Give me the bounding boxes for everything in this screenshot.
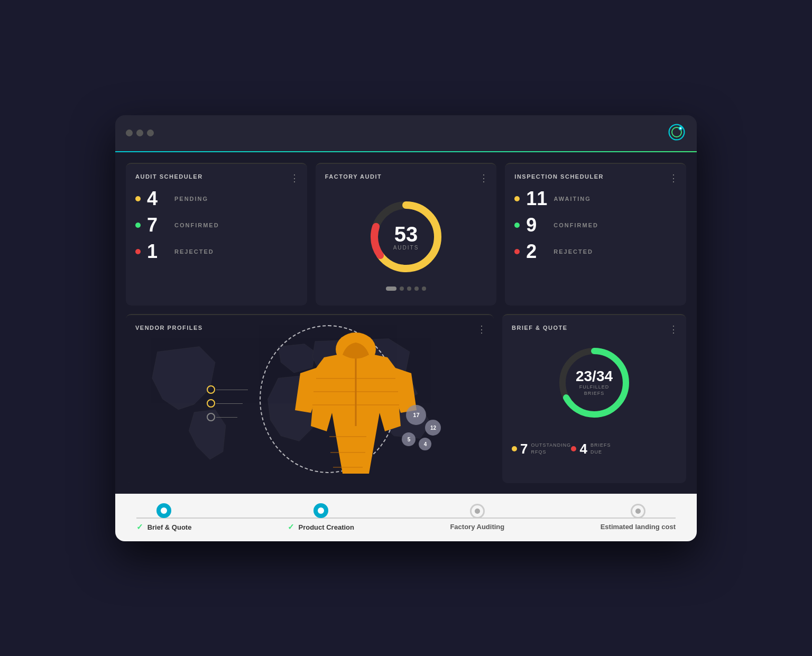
insp-rejected-count: 2 bbox=[526, 242, 547, 261]
inspection-scheduler-title: INSPECTION SCHEDULER bbox=[514, 173, 677, 180]
audit-scheduler-card: AUDIT SCHEDULER ⋮ 4 PENDING 7 CONFIRMED … bbox=[126, 163, 307, 306]
nav-step-factory-auditing[interactable]: Factory Auditing bbox=[450, 504, 504, 531]
audit-rejected-row: 1 REJECTED bbox=[135, 242, 298, 261]
svg-point-0 bbox=[669, 124, 685, 140]
pending-label: PENDING bbox=[174, 196, 208, 202]
check-icon-1: ✓ bbox=[136, 522, 143, 531]
app-logo bbox=[667, 123, 686, 144]
confirmed-dot bbox=[135, 223, 141, 228]
outstanding-rfqs: 7 OUTSTANDINGRFQS bbox=[512, 441, 562, 457]
vendor-clusters: 17 12 5 4 bbox=[402, 405, 449, 452]
bottom-nav: ✓ Brief & Quote ✓ Product Creation Facto… bbox=[115, 494, 697, 541]
briefs-due: 4 BRIEFSDUE bbox=[571, 441, 611, 457]
page-dot-3[interactable] bbox=[407, 287, 411, 291]
nav-label-1: ✓ Brief & Quote bbox=[136, 522, 191, 532]
outstanding-label: OUTSTANDINGRFQS bbox=[531, 442, 562, 455]
factory-audit-menu[interactable]: ⋮ bbox=[479, 172, 489, 184]
nav-step-product-creation[interactable]: ✓ Product Creation bbox=[288, 503, 354, 532]
confirmed-count: 7 bbox=[147, 216, 168, 235]
page-dot-4[interactable] bbox=[414, 287, 419, 291]
donut-center: 53 AUDITS bbox=[393, 223, 419, 250]
svg-point-3 bbox=[679, 127, 681, 130]
confirmed-label: CONFIRMED bbox=[174, 222, 219, 228]
brief-donut-center: 23/34 FULFILLEDBRIEFS bbox=[576, 368, 613, 396]
rejected-label: REJECTED bbox=[174, 248, 214, 255]
brief-stats: 7 OUTSTANDINGRFQS 4 BRIEFSDUE bbox=[512, 441, 677, 457]
inspection-confirmed-row: 9 CONFIRMED bbox=[514, 216, 677, 235]
vendor-pins bbox=[207, 385, 248, 421]
brief-quote-menu[interactable]: ⋮ bbox=[669, 324, 679, 335]
vendor-profiles-menu[interactable]: ⋮ bbox=[477, 324, 486, 335]
cluster-4: 4 bbox=[419, 438, 431, 450]
page-dot-5[interactable] bbox=[422, 287, 426, 291]
cluster-5: 5 bbox=[402, 432, 416, 446]
briefs-due-count: 4 bbox=[579, 441, 587, 457]
rejected-count: 1 bbox=[147, 242, 168, 261]
cluster-17: 17 bbox=[406, 405, 426, 425]
audit-scheduler-title: AUDIT SCHEDULER bbox=[135, 173, 298, 180]
brief-quote-title: BRIEF & QUOTE bbox=[512, 325, 677, 331]
nav-label-2: ✓ Product Creation bbox=[288, 522, 354, 532]
bottom-row: VENDOR PROFILES ⋮ bbox=[126, 314, 686, 483]
dot-maximize bbox=[147, 130, 154, 136]
nav-circle-1 bbox=[156, 503, 171, 518]
audit-scheduler-menu[interactable]: ⋮ bbox=[290, 172, 300, 184]
nav-circle-3 bbox=[470, 504, 485, 519]
nav-step-estimated-landing[interactable]: Estimated landing cost bbox=[601, 504, 676, 531]
dot-close bbox=[126, 130, 133, 136]
page-dot-1[interactable] bbox=[386, 287, 396, 291]
factory-audit-donut: 53 AUDITS bbox=[364, 195, 448, 279]
pagination bbox=[386, 287, 426, 291]
insp-confirmed-label: CONFIRMED bbox=[553, 222, 598, 228]
screen-wrapper: AUDIT SCHEDULER ⋮ 4 PENDING 7 CONFIRMED … bbox=[115, 115, 697, 541]
audits-count: 53 bbox=[393, 223, 419, 244]
brief-quote-card: BRIEF & QUOTE ⋮ 23/34 FULFILLEDBRIEFS bbox=[502, 314, 686, 483]
pending-count: 4 bbox=[147, 189, 168, 208]
outstanding-dot bbox=[512, 446, 517, 451]
brief-donut-container: 23/34 FULFILLEDBRIEFS bbox=[512, 340, 677, 433]
insp-confirmed-dot bbox=[514, 223, 520, 228]
fulfilled-label: FULFILLEDBRIEFS bbox=[576, 384, 613, 396]
inspection-scheduler-menu[interactable]: ⋮ bbox=[669, 172, 679, 184]
top-row: AUDIT SCHEDULER ⋮ 4 PENDING 7 CONFIRMED … bbox=[126, 163, 686, 306]
factory-audit-card: FACTORY AUDIT ⋮ 53 bbox=[316, 163, 497, 306]
inspection-awaiting-row: 11 AWAITING bbox=[514, 189, 677, 208]
main-content: AUDIT SCHEDULER ⋮ 4 PENDING 7 CONFIRMED … bbox=[115, 152, 697, 494]
outstanding-count: 7 bbox=[520, 441, 528, 457]
nav-step-brief-quote[interactable]: ✓ Brief & Quote bbox=[136, 503, 191, 532]
fulfilled-number: 23/34 bbox=[576, 368, 613, 384]
cluster-12: 12 bbox=[425, 420, 441, 436]
nav-label-4: Estimated landing cost bbox=[601, 523, 676, 531]
inspection-scheduler-card: INSPECTION SCHEDULER ⋮ 11 AWAITING 9 CON… bbox=[505, 163, 686, 306]
check-icon-2: ✓ bbox=[288, 522, 294, 531]
nav-circle-2 bbox=[313, 503, 328, 518]
factory-audit-title: FACTORY AUDIT bbox=[325, 173, 487, 180]
vendor-profiles-card: VENDOR PROFILES ⋮ bbox=[126, 314, 494, 483]
audit-confirmed-row: 7 CONFIRMED bbox=[135, 216, 298, 235]
brief-donut: 23/34 FULFILLEDBRIEFS bbox=[552, 340, 636, 425]
page-dot-2[interactable] bbox=[400, 287, 404, 291]
insp-confirmed-count: 9 bbox=[526, 216, 547, 235]
nav-circle-4 bbox=[631, 504, 645, 519]
briefs-due-label: BRIEFSDUE bbox=[590, 442, 611, 455]
inspection-rejected-row: 2 REJECTED bbox=[514, 242, 677, 261]
awaiting-label: AWAITING bbox=[553, 196, 590, 202]
insp-rejected-dot bbox=[514, 249, 520, 254]
briefs-due-dot bbox=[571, 446, 576, 451]
dot-minimize bbox=[136, 130, 143, 136]
nav-label-3: Factory Auditing bbox=[450, 523, 504, 531]
pending-dot bbox=[135, 196, 141, 201]
awaiting-dot bbox=[514, 196, 520, 201]
awaiting-count: 11 bbox=[526, 189, 547, 208]
audits-label: AUDITS bbox=[393, 244, 419, 250]
window-controls bbox=[126, 130, 154, 136]
audit-pending-row: 4 PENDING bbox=[135, 189, 298, 208]
rejected-dot bbox=[135, 249, 141, 254]
factory-audit-donut-container: 53 AUDITS bbox=[325, 189, 487, 296]
insp-rejected-label: REJECTED bbox=[553, 248, 593, 255]
title-bar bbox=[115, 115, 697, 152]
